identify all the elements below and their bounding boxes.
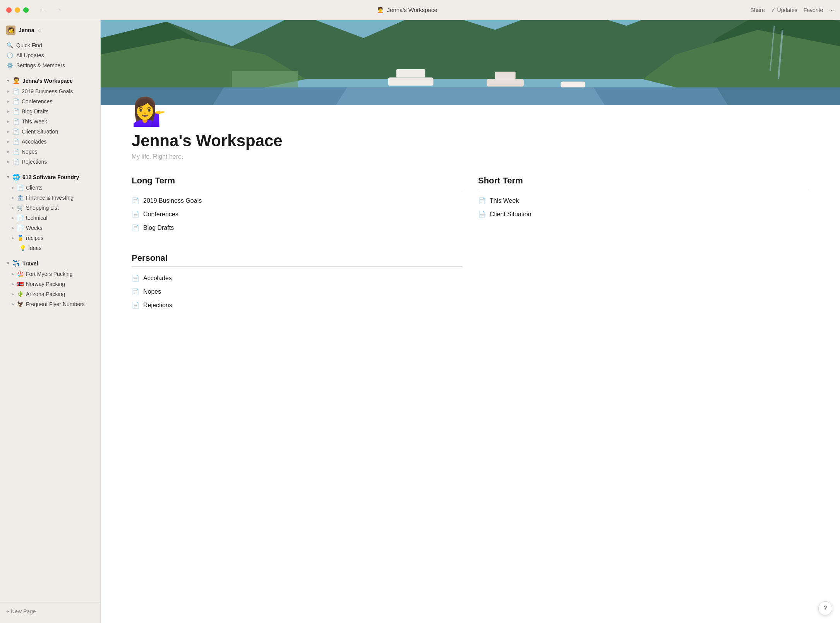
sidebar-item-quick-find[interactable]: 🔍 Quick Find <box>3 40 97 50</box>
norway-flag-icon: 🇳🇴 <box>17 281 24 287</box>
item-label: Rejections <box>22 159 47 165</box>
cactus-icon: 🌵 <box>17 291 24 297</box>
bulb-icon: 💡 <box>19 245 26 251</box>
sidebar-item-blog-drafts[interactable]: ▶ 📄 Blog Drafts <box>3 106 97 116</box>
doc-icon: 📄 <box>132 197 139 204</box>
personal-rejections[interactable]: 📄 Rejections <box>132 298 809 312</box>
new-page-button[interactable]: + New Page <box>6 606 94 617</box>
612-software-section: 🌐 612 Software Foundry ▶ 📄 Clients ▶ 🏦 F… <box>0 168 100 255</box>
item-arrow-icon: ▶ <box>7 110 10 113</box>
short-term-this-week[interactable]: 📄 This Week <box>478 194 809 207</box>
sidebar-item-frequent-flyer[interactable]: ▶ 🦅 Frequent Flyer Numbers <box>3 299 97 309</box>
share-button[interactable]: Share <box>750 7 765 13</box>
back-button[interactable]: ← <box>36 5 48 15</box>
link-label: Client Situation <box>490 211 531 218</box>
sidebar-item-shopping[interactable]: ▶ 🛒 Shopping List <box>3 203 97 213</box>
sidebar-item-recipes[interactable]: ▶ 🥇 recipes <box>3 233 97 243</box>
content-columns: Long Term 📄 2019 Business Goals 📄 Confer… <box>132 176 809 234</box>
sidebar-item-all-updates[interactable]: 🕐 All Updates <box>3 50 97 60</box>
favorite-button[interactable]: Favorite <box>804 7 823 13</box>
window-title-text: Jenna's Workspace <box>387 7 437 13</box>
short-term-heading: Short Term <box>478 176 809 189</box>
sidebar-item-ideas[interactable]: 💡 Ideas <box>3 243 97 253</box>
doc-icon: 📄 <box>132 288 139 295</box>
612-items: ▶ 📄 Clients ▶ 🏦 Finance & Investing ▶ 🛒 … <box>0 183 100 253</box>
help-button[interactable]: ? <box>818 601 832 615</box>
doc-icon: 📄 <box>132 224 139 231</box>
personal-section: Personal 📄 Accolades 📄 Nopes 📄 Rejection… <box>132 253 809 312</box>
long-term-list: 📄 2019 Business Goals 📄 Conferences 📄 Bl… <box>132 194 463 234</box>
sidebar-item-weeks[interactable]: ▶ 📄 Weeks <box>3 223 97 233</box>
sidebar-item-business-goals[interactable]: ▶ 📄 2019 Business Goals <box>3 86 97 96</box>
long-term-business-goals[interactable]: 📄 2019 Business Goals <box>132 194 463 207</box>
sidebar-subgroup-travel[interactable]: ✈️ Travel <box>0 258 100 269</box>
sidebar-item-this-week[interactable]: ▶ 📄 This Week <box>3 116 97 127</box>
item-arrow-icon: ▶ <box>12 226 14 230</box>
sidebar-item-arizona[interactable]: ▶ 🌵 Arizona Packing <box>3 289 97 299</box>
item-label: Shopping List <box>26 205 59 211</box>
forward-button[interactable]: → <box>52 5 63 15</box>
sidebar-item-fort-myers[interactable]: ▶ 🏖️ Fort Myers Packing <box>3 269 97 279</box>
sidebar-item-accolades[interactable]: ▶ 📄 Accolades <box>3 137 97 147</box>
sidebar-item-settings[interactable]: ⚙️ Settings & Members <box>3 60 97 70</box>
svg-rect-13 <box>561 82 585 87</box>
link-label: Conferences <box>143 211 178 218</box>
long-term-section: Long Term 📄 2019 Business Goals 📄 Confer… <box>132 176 463 234</box>
sidebar-item-nopes[interactable]: ▶ 📄 Nopes <box>3 147 97 157</box>
gear-icon: ⚙️ <box>6 62 13 68</box>
personal-accolades[interactable]: 📄 Accolades <box>132 271 809 285</box>
personal-nopes[interactable]: 📄 Nopes <box>132 285 809 298</box>
titlebar-actions: Share ✓ Updates Favorite ··· <box>750 7 834 13</box>
maximize-button[interactable] <box>23 7 29 13</box>
svg-rect-12 <box>495 72 516 79</box>
item-arrow-icon: ▶ <box>12 302 14 306</box>
sidebar-bottom: + New Page <box>0 602 100 623</box>
close-button[interactable] <box>6 7 12 13</box>
item-label: Fort Myers Packing <box>26 271 73 277</box>
settings-label: Settings & Members <box>16 62 65 68</box>
sidebar-item-conferences[interactable]: ▶ 📄 Conferences <box>3 96 97 106</box>
user-chevron-icon: ◇ <box>38 28 41 33</box>
sidebar-nav: 🔍 Quick Find 🕐 All Updates ⚙️ Settings &… <box>0 39 100 72</box>
short-term-client-situation[interactable]: 📄 Client Situation <box>478 207 809 221</box>
link-label: Blog Drafts <box>143 224 174 231</box>
sidebar-item-finance[interactable]: ▶ 🏦 Finance & Investing <box>3 193 97 203</box>
long-term-blog-drafts[interactable]: 📄 Blog Drafts <box>132 221 463 234</box>
item-arrow-icon: ▶ <box>12 186 14 190</box>
sidebar-item-norway[interactable]: ▶ 🇳🇴 Norway Packing <box>3 279 97 289</box>
long-term-conferences[interactable]: 📄 Conferences <box>132 207 463 221</box>
item-arrow-icon: ▶ <box>7 150 10 154</box>
minimize-button[interactable] <box>15 7 20 13</box>
more-button[interactable]: ··· <box>829 7 834 13</box>
workspace-collapse-icon <box>6 79 10 83</box>
doc-icon: 📄 <box>12 98 19 104</box>
item-label: 2019 Business Goals <box>22 88 73 94</box>
doc-icon: 📄 <box>12 128 19 135</box>
window-title: 🧑‍🦱 Jenna's Workspace <box>68 7 746 14</box>
sidebar-item-technical[interactable]: ▶ 📄 technical <box>3 213 97 223</box>
sidebar-item-rejections[interactable]: ▶ 📄 Rejections <box>3 157 97 167</box>
sidebar-item-client-situation[interactable]: ▶ 📄 Client Situation <box>3 127 97 137</box>
user-name: Jenna <box>19 27 34 33</box>
personal-list: 📄 Accolades 📄 Nopes 📄 Rejections <box>132 271 809 312</box>
sidebar-item-clients[interactable]: ▶ 📄 Clients <box>3 183 97 193</box>
new-page-label: + New Page <box>6 608 36 614</box>
sidebar-subgroup-612[interactable]: 🌐 612 Software Foundry <box>0 171 100 183</box>
link-label: Accolades <box>143 275 172 282</box>
user-profile[interactable]: 🧑 Jenna ◇ <box>0 20 100 39</box>
doc-icon: 📄 <box>478 211 486 218</box>
workspace-header[interactable]: 🧑‍🦱 Jenna's Workspace <box>3 75 97 86</box>
updates-button[interactable]: ✓ Updates <box>771 7 797 13</box>
doc-icon: 📄 <box>12 139 19 145</box>
item-label: Finance & Investing <box>26 195 74 201</box>
item-arrow-icon: ▶ <box>7 160 10 164</box>
travel-section: ✈️ Travel ▶ 🏖️ Fort Myers Packing ▶ 🇳🇴 N… <box>0 255 100 311</box>
subgroup-name: Travel <box>22 260 38 267</box>
item-label: Conferences <box>22 98 52 104</box>
doc-icon: 📄 <box>17 215 24 221</box>
search-icon: 🔍 <box>6 42 13 48</box>
item-arrow-icon: ▶ <box>12 292 14 296</box>
doc-icon: 📄 <box>12 149 19 155</box>
item-arrow-icon: ▶ <box>12 282 14 286</box>
workspace-items: ▶ 📄 2019 Business Goals ▶ 📄 Conferences … <box>0 86 100 167</box>
